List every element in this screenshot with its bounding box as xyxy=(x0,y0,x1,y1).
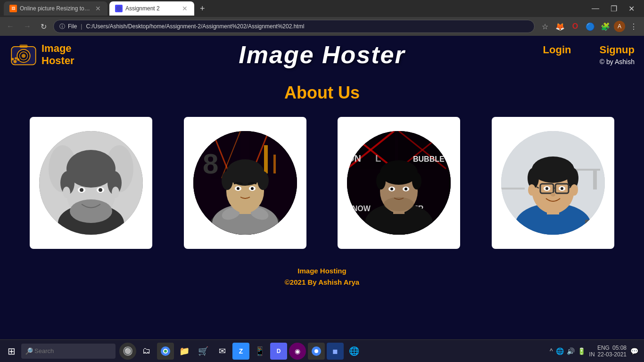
taskbar-mail[interactable]: ✉ xyxy=(214,343,231,360)
tray-notification[interactable]: 💬 xyxy=(630,347,638,355)
tray-lang: ENG xyxy=(597,345,610,351)
svg-point-28 xyxy=(112,187,119,198)
address-bar: ← → ↻ ⓘ File | C:/Users/Ashish/Desktop/h… xyxy=(0,17,644,36)
profile-avatar[interactable]: A xyxy=(614,21,625,32)
svg-point-67 xyxy=(376,173,386,189)
person3-circle: ON L BUBBLE SNOW ER xyxy=(347,131,451,235)
svg-point-27 xyxy=(63,187,70,198)
svg-point-23 xyxy=(80,188,83,192)
site-title: Image Hoster xyxy=(239,41,405,69)
avast-icon[interactable]: 🔵 xyxy=(584,20,597,33)
menu-button[interactable]: ⋮ xyxy=(627,20,640,33)
tray-battery[interactable]: 🔋 xyxy=(578,347,586,355)
profile-card-4 xyxy=(492,117,614,249)
taskbar-files[interactable]: 📁 xyxy=(176,343,193,360)
svg-text:🖼: 🖼 xyxy=(11,7,15,11)
tab-1[interactable]: 🖼 Online picture Resizing tool — C... ✕ xyxy=(4,1,107,16)
taskbar-search-input[interactable] xyxy=(21,344,116,359)
tab-2[interactable]: Assignment 2 ✕ xyxy=(109,1,194,16)
tab1-close[interactable]: ✕ xyxy=(94,4,102,13)
site-footer: Image Hosting ©2021 By Ashish Arya xyxy=(0,258,644,295)
tray-network[interactable]: 🌐 xyxy=(556,347,564,355)
svg-rect-36 xyxy=(264,145,268,173)
svg-point-8 xyxy=(11,58,14,60)
website-content: Image Hoster Image Hoster Login Signup ©… xyxy=(0,36,644,295)
tray-icons: ^ 🌐 🔊 🔋 xyxy=(550,347,586,355)
person2-svg: 8 xyxy=(193,131,297,235)
window-controls: — ❐ ✕ xyxy=(586,0,640,17)
svg-text:8: 8 xyxy=(203,148,218,180)
svg-point-96 xyxy=(545,187,548,190)
taskbar-store[interactable]: 🛒 xyxy=(195,343,212,360)
forward-button[interactable]: → xyxy=(21,20,34,33)
new-tab-button[interactable]: + xyxy=(196,2,209,16)
tray-volume[interactable]: 🔊 xyxy=(567,347,575,355)
person2-circle: 8 xyxy=(193,131,297,235)
tray-time: 05:08 xyxy=(612,345,627,351)
svg-point-66 xyxy=(380,160,418,185)
svg-point-100 xyxy=(528,184,536,196)
minimize-button[interactable]: — xyxy=(586,0,605,17)
svg-point-73 xyxy=(384,197,414,211)
svg-point-9 xyxy=(15,57,17,59)
extensions-icon[interactable]: 🧩 xyxy=(599,20,612,33)
person1-svg xyxy=(39,131,143,235)
tab2-label: Assignment 2 xyxy=(125,5,178,12)
taskbar-purple[interactable]: ◉ xyxy=(289,343,306,360)
search-icon: 🔎 xyxy=(25,347,33,355)
svg-rect-84 xyxy=(585,220,593,224)
svg-text:L: L xyxy=(375,153,381,164)
main-content: About Us xyxy=(0,74,644,258)
svg-point-25 xyxy=(99,188,102,192)
svg-point-101 xyxy=(570,184,578,196)
svg-text:SNOW: SNOW xyxy=(347,205,371,213)
svg-point-98 xyxy=(561,187,563,190)
tray-clock: ENG 05:08 IN 22-03-2021 xyxy=(589,345,627,358)
taskbar-blue-square[interactable]: ◼ xyxy=(327,343,344,360)
tray-expand[interactable]: ^ xyxy=(550,347,553,355)
footer-text: Image Hosting ©2021 By Ashish Arya xyxy=(7,265,637,288)
taskbar-whatsapp[interactable]: 📱 xyxy=(251,343,268,360)
taskbar-globe[interactable]: 🌐 xyxy=(346,343,363,360)
tab2-favicon xyxy=(115,5,123,12)
svg-rect-37 xyxy=(273,155,276,173)
firefox-icon[interactable]: 🦊 xyxy=(553,20,567,33)
logo-text: Image Hoster xyxy=(41,42,74,67)
taskbar-discord[interactable]: D xyxy=(270,343,287,360)
security-icon: ⓘ xyxy=(59,23,65,31)
taskbar-multitask[interactable]: 🗂 xyxy=(138,343,155,360)
taskbar-zoom[interactable]: Z xyxy=(232,343,249,360)
taskbar: ⊞ 🔎 🔘 🗂 📁 🛒 ✉ Z 📱 D ◉ ◼ 🌐 ^ xyxy=(0,339,644,362)
person3-svg: ON L BUBBLE SNOW ER xyxy=(347,131,451,235)
close-button[interactable]: ✕ xyxy=(623,0,640,17)
profile-card-2: 8 xyxy=(184,117,306,249)
login-link[interactable]: Login xyxy=(543,44,571,56)
svg-point-46 xyxy=(257,171,269,190)
taskbar-cortana[interactable]: 🔘 xyxy=(119,343,136,360)
signup-link[interactable]: Signup xyxy=(599,44,635,56)
header-right: Login Signup © by Ashish xyxy=(543,44,635,66)
logo-section: Image Hoster xyxy=(9,41,74,69)
bookmark-button[interactable]: ☆ xyxy=(538,20,552,33)
tab1-favicon: 🖼 xyxy=(9,5,17,12)
svg-point-45 xyxy=(222,171,233,190)
svg-point-72 xyxy=(405,188,407,190)
toolbar-icons: ☆ 🦊 O 🔵 🧩 A ⋮ xyxy=(538,20,640,33)
taskbar-chrome[interactable] xyxy=(157,343,174,360)
svg-rect-79 xyxy=(501,188,525,189)
opera-icon[interactable]: O xyxy=(569,20,582,33)
system-tray: ^ 🌐 🔊 🔋 ENG 05:08 IN 22-03-2021 💬 xyxy=(550,345,642,358)
taskbar-chrome2[interactable] xyxy=(308,343,325,360)
refresh-button[interactable]: ↻ xyxy=(38,20,50,33)
address-url: C:/Users/Ashish/Desktop/home/Assignment-… xyxy=(86,23,304,30)
site-header: Image Hoster Image Hoster Login Signup ©… xyxy=(0,36,644,74)
svg-point-2 xyxy=(116,6,122,11)
start-button[interactable]: ⊞ xyxy=(2,344,21,359)
tab2-close[interactable]: ✕ xyxy=(181,4,189,13)
svg-point-70 xyxy=(390,188,393,190)
address-bar-input[interactable]: ⓘ File | C:/Users/Ashish/Desktop/home/As… xyxy=(53,20,535,33)
tab1-label: Online picture Resizing tool — C... xyxy=(20,5,91,12)
browser-window: 🖼 Online picture Resizing tool — C... ✕ … xyxy=(0,0,644,295)
maximize-button[interactable]: ❐ xyxy=(605,0,623,17)
back-button[interactable]: ← xyxy=(4,20,17,33)
